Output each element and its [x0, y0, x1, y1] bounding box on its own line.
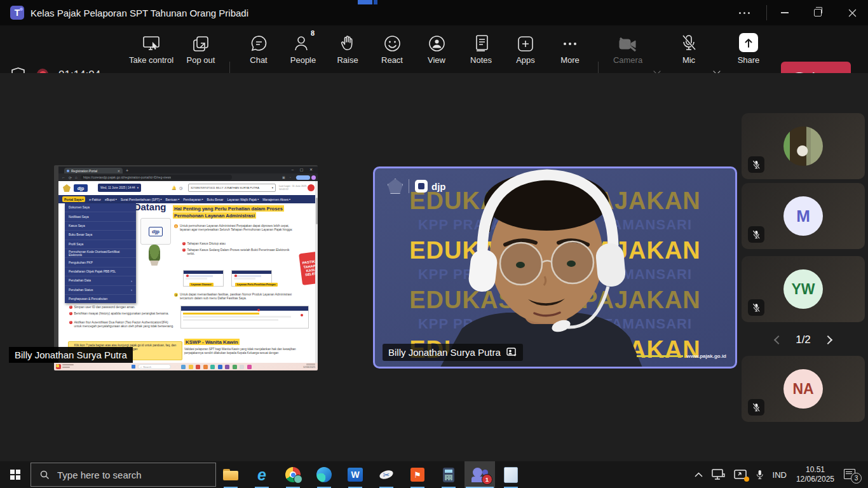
- refresh-icon: ⟳: [69, 175, 72, 180]
- more-ellipsis-icon: [562, 30, 578, 52]
- shared-start-icon: [132, 365, 135, 369]
- chat-button[interactable]: Chat: [236, 30, 281, 69]
- taskbar-snipping-tool[interactable]: ✂: [371, 461, 402, 488]
- camera-button[interactable]: Camera: [605, 30, 651, 69]
- tray-mic-icon[interactable]: [751, 461, 768, 488]
- share-button[interactable]: Share: [726, 30, 771, 69]
- portal-saya-dropdown: Dokumen Saya Notifikasi Saya Kasus Saya …: [65, 203, 136, 303]
- mic-muted-badge: [748, 299, 764, 316]
- camera-off-icon: [618, 30, 637, 52]
- meet-bubble-icon: [294, 475, 302, 484]
- participant-tile-2[interactable]: M: [742, 183, 865, 249]
- logout-icon: [308, 184, 315, 191]
- taskbar-teams[interactable]: 1: [465, 461, 495, 488]
- screen-share-view[interactable]: Registration Portal ✕ + – ▢ ✕ ← ⟳ ⌂ http…: [54, 165, 318, 370]
- action-center-button[interactable]: 3: [839, 461, 868, 488]
- word-icon: W: [348, 468, 363, 482]
- tray-time: 10.51: [796, 465, 834, 475]
- menu-item: Pendaftaran Objek Pajak PBB P5L: [65, 268, 136, 276]
- start-button[interactable]: [0, 461, 31, 488]
- meeting-stage: Registration Portal ✕ + – ▢ ✕ ← ⟳ ⌂ http…: [0, 73, 868, 461]
- bell-icon: 🔔: [172, 186, 177, 190]
- screenshot-thumb-3: [180, 306, 309, 329]
- mic-button[interactable]: Mic: [666, 30, 712, 69]
- share-presenter-label: Billy Jonathan Surya Putra: [9, 347, 133, 363]
- people-button[interactable]: 8 People: [280, 30, 326, 69]
- raise-hand-icon: [339, 30, 356, 52]
- apps-button[interactable]: Apps: [503, 30, 548, 69]
- calculator-icon: [443, 468, 454, 482]
- taskbar-internet-explorer[interactable]: e: [247, 461, 277, 488]
- people-count-badge: 8: [311, 29, 315, 37]
- minimize-button[interactable]: [770, 0, 799, 25]
- taskbar-calculator[interactable]: [433, 461, 464, 488]
- djp-card-illustration: djp: [140, 218, 171, 245]
- pop-out-button[interactable]: Pop out: [178, 30, 224, 69]
- site-datetime-chip: Wed, 11 June 2025 | 14:44 ▾: [98, 184, 141, 192]
- pager-next-chevron[interactable]: [825, 337, 831, 343]
- tray-network-icon[interactable]: [707, 461, 729, 488]
- take-control-icon: [142, 30, 160, 52]
- taskbar-edge[interactable]: [309, 461, 339, 488]
- speaker-brand-row: djp: [388, 179, 446, 194]
- taskbar-file-explorer[interactable]: [215, 461, 246, 488]
- chevron-up-icon: [695, 472, 703, 477]
- chevron-down-icon: ▾: [137, 186, 139, 189]
- view-icon: [428, 30, 445, 52]
- more-button[interactable]: More: [547, 30, 593, 69]
- mic-muted-icon: [681, 30, 697, 52]
- clock-icon: ◷: [179, 186, 182, 190]
- participant-tile-3[interactable]: YW: [742, 256, 865, 322]
- page-scrollbar: [315, 181, 318, 363]
- point-1: 1 Untuk permohonan Layanan Administrasi …: [174, 224, 295, 232]
- important-headline-line1: Hal Penting yang Perlu Perhatian dalam P…: [173, 205, 284, 212]
- menu-item: Penghapusan & Pencabutan: [65, 295, 136, 303]
- titlebar-more-button[interactable]: [729, 0, 759, 25]
- tray-overflow-button[interactable]: [690, 461, 707, 488]
- taskbar-word[interactable]: W: [340, 461, 370, 488]
- view-button[interactable]: View: [414, 30, 459, 69]
- nav-buku-besar: Buku Besar: [207, 198, 224, 201]
- taskbar-search-input[interactable]: Type here to search: [31, 463, 216, 487]
- menu-item: Buku Besar Saya: [65, 231, 136, 240]
- minimize-icon: [781, 12, 789, 13]
- notes-button[interactable]: Notes: [458, 30, 504, 69]
- tray-clock[interactable]: 10.51 12/06/2025: [791, 465, 839, 484]
- close-button[interactable]: [837, 0, 867, 25]
- react-smiley-icon: [384, 30, 401, 52]
- djp-portal-page: djp Wed, 11 June 2025 | 14:44 ▾ 🔔 ◷ 3274…: [58, 181, 318, 363]
- address-bar: https://coretaxdjp.pajak.go.id/registrat…: [81, 175, 232, 180]
- last-login-text: Last Login : 11 June 2025 14:42:22: [279, 185, 307, 191]
- people-icon: [294, 30, 313, 52]
- taskbar-nitro-pdf[interactable]: ⚑: [402, 461, 433, 488]
- participant-initials-avatar: M: [783, 196, 823, 236]
- raise-hand-button[interactable]: Raise: [325, 30, 370, 69]
- system-tray: IND 10.51 12/06/2025 3: [690, 461, 868, 488]
- restore-icon: [814, 9, 822, 17]
- taskbar-notepad[interactable]: [496, 461, 526, 488]
- yellow-rule: [637, 355, 683, 357]
- speaker-video-tile[interactable]: EDUKASI PERPAJAKAN KPP PRATAMA JAKARTA T…: [373, 166, 737, 369]
- nav-pembayaran: Pembayaran▾: [183, 198, 203, 201]
- sharing-active-dot: [744, 477, 749, 482]
- nav-bantuan: Bantuan▾: [165, 198, 179, 201]
- tray-screenshare-icon[interactable]: [729, 461, 751, 488]
- participant-initials-avatar: YW: [783, 269, 823, 309]
- security-bullet-2: !Bersihkan riwayat (history) apabila men…: [69, 312, 176, 316]
- apps-icon: [517, 30, 534, 52]
- home-icon: ⌂: [75, 175, 78, 179]
- restore-button[interactable]: [803, 0, 832, 25]
- react-button[interactable]: React: [369, 30, 415, 69]
- shared-desktop-taskbar: ⌕Search 12/06/2025: [54, 363, 318, 370]
- shared-browser-urlrow: ← ⟳ ⌂ https://coretaxdjp.pajak.go.id/reg…: [58, 173, 318, 181]
- participant-tile-4[interactable]: NA: [742, 356, 865, 422]
- participant-tile-1[interactable]: [742, 113, 865, 179]
- take-control-button[interactable]: Take control: [128, 30, 174, 69]
- pager-prev-chevron[interactable]: [775, 337, 782, 343]
- tray-language[interactable]: IND: [768, 461, 791, 488]
- kswp-text: Validasi pelaporan SPT bagi Wanita Kawin…: [184, 348, 315, 355]
- taskbar-chrome[interactable]: [278, 461, 308, 488]
- screenshot-caption-1: Layanan Otomasi: [189, 283, 214, 287]
- folder-icon: [223, 469, 238, 480]
- shared-weather-icon: [56, 364, 61, 369]
